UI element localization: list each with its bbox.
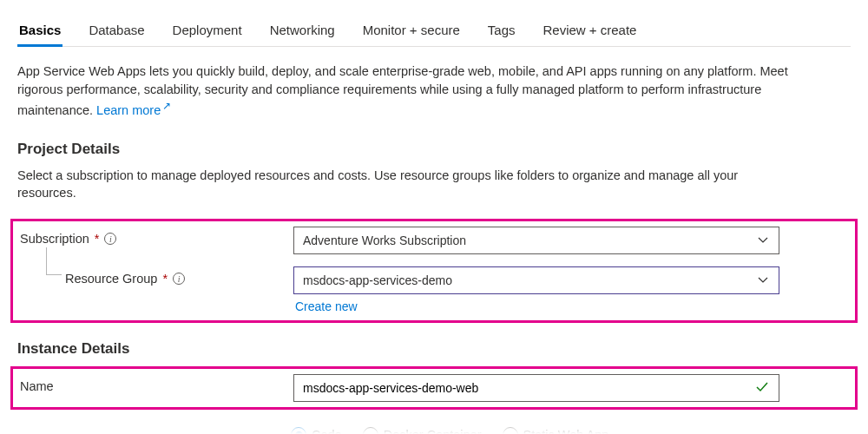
check-icon (756, 381, 768, 395)
publish-radio-docker[interactable]: Docker Container (363, 427, 482, 434)
highlight-project-details: Subscription * i Adventure Works Subscri… (10, 219, 858, 323)
radio-icon (291, 427, 306, 434)
subscription-value: Adventure Works Subscription (303, 233, 466, 247)
resource-group-select[interactable]: msdocs-app-services-demo (293, 266, 779, 294)
resource-group-value: msdocs-app-services-demo (303, 273, 452, 287)
name-label: Name (20, 379, 54, 393)
resource-group-label: Resource Group (65, 272, 157, 286)
subscription-label: Subscription (20, 232, 89, 246)
info-icon[interactable]: i (104, 233, 116, 245)
required-star: * (95, 232, 100, 246)
external-link-icon: ↗ (162, 100, 171, 112)
instance-details-heading: Instance Details (17, 340, 851, 358)
tab-basics[interactable]: Basics (17, 17, 62, 46)
radio-label: Static Web App (523, 428, 609, 434)
tab-tags[interactable]: Tags (486, 17, 517, 46)
publish-radio-code[interactable]: Code (291, 427, 342, 434)
subscription-select[interactable]: Adventure Works Subscription (293, 227, 779, 254)
intro-text: App Service Web Apps lets you quickly bu… (17, 62, 799, 120)
radio-label: Docker Container (384, 428, 482, 434)
chevron-down-icon (758, 237, 768, 244)
radio-icon (363, 427, 378, 434)
project-details-heading: Project Details (17, 141, 851, 158)
tab-monitor-secure[interactable]: Monitor + secure (361, 17, 462, 46)
name-input[interactable] (303, 381, 751, 395)
publish-radio-static[interactable]: Static Web App (503, 427, 609, 434)
radio-label: Code (312, 428, 342, 434)
learn-more-label: Learn more (96, 103, 161, 117)
project-details-desc: Select a subscription to manage deployed… (17, 167, 799, 202)
info-icon[interactable]: i (173, 273, 185, 285)
chevron-down-icon (758, 277, 768, 284)
tab-networking[interactable]: Networking (268, 17, 337, 46)
tab-deployment[interactable]: Deployment (171, 17, 244, 46)
tab-database[interactable]: Database (87, 17, 146, 46)
tab-review-create[interactable]: Review + create (542, 17, 639, 46)
required-star: * (162, 272, 168, 286)
radio-icon (503, 427, 518, 434)
wizard-tabs: Basics Database Deployment Networking Mo… (17, 17, 851, 47)
highlight-instance-name: Name (10, 366, 858, 410)
name-input-wrapper (293, 374, 779, 402)
create-new-link[interactable]: Create new (295, 299, 779, 313)
indent-connector (46, 247, 62, 275)
publish-radio-group: Code Docker Container Static Web App (17, 427, 851, 434)
learn-more-link[interactable]: Learn more↗ (96, 103, 171, 117)
